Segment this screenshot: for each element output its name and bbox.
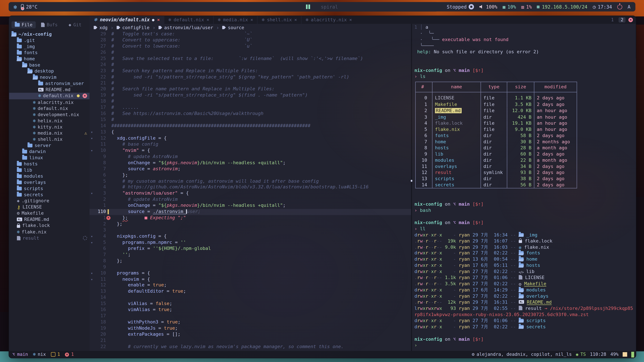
buffer-tab[interactable]: default.nix× (164, 16, 213, 24)
tree-item[interactable]: README.md (9, 87, 90, 93)
ls-row: 10modulesdir22 Ba month ago (416, 157, 576, 163)
tree-item[interactable]: Makefile (9, 210, 90, 217)
close-icon[interactable] (628, 17, 633, 22)
tree-item[interactable]: desktop (9, 68, 90, 74)
tree-item[interactable]: README.md (9, 217, 90, 223)
tree-item[interactable]: hosts (9, 161, 90, 167)
editor[interactable]: 29# Toggle text's case: `~` 28# Convert … (90, 31, 411, 351)
close-icon[interactable]: × (157, 17, 160, 23)
tree-item[interactable]: ~/nix-config (9, 31, 90, 37)
nixos-logo-icon[interactable] (14, 3, 17, 10)
buffer-tab[interactable]: neovim/default.nix× (90, 16, 164, 24)
tabpage-2[interactable]: 2 (619, 17, 626, 23)
buffer-tab[interactable]: alacritty.nix× (301, 16, 356, 24)
tree-item[interactable]: helix.nix (9, 118, 90, 124)
tree-item[interactable]: linux (9, 155, 90, 161)
fold-icon[interactable]: ▾ (90, 270, 94, 277)
fold-icon[interactable]: ▾ (90, 276, 94, 283)
tree-item[interactable]: fonts (9, 50, 90, 56)
editor-line: 22# sed -ri "s/pattern_str/replace_str/g… (90, 74, 411, 80)
tree-item[interactable]: development.nix (9, 111, 90, 118)
split-divider[interactable] (411, 24, 412, 351)
file-explorer: FileBufsGit ~/nix-config.git_imgfontshom… (9, 16, 90, 351)
close-icon[interactable]: × (250, 17, 253, 23)
sign-column (106, 160, 111, 166)
tree-item[interactable]: secrets (9, 192, 90, 198)
tree-item[interactable]: _img (9, 43, 90, 50)
ls-row: 5flake.nixfile9.0 KBan hour ago (416, 126, 576, 132)
tree-item[interactable]: home (9, 56, 90, 62)
nix-icon (33, 137, 36, 142)
buffer-tab[interactable]: shell.nix× (257, 16, 301, 24)
tree-item[interactable]: neovim (9, 74, 90, 81)
error-count[interactable]: 1 (65, 352, 74, 357)
fold-icon[interactable]: ▾ (90, 240, 94, 246)
tree-item[interactable]: kitty.nix (9, 124, 90, 130)
tree-item[interactable]: alacritty.nix (9, 99, 90, 105)
editor-line: 7 ''; (90, 252, 411, 258)
fold-icon[interactable]: ▾ (90, 129, 94, 135)
volume-module[interactable]: 100% (479, 4, 497, 9)
editor-line: 16 vimAlias = true; (90, 307, 411, 313)
tree-item[interactable]: media.nix (9, 130, 90, 136)
tree-item[interactable]: default.nix (9, 93, 90, 99)
terminal-line: › (414, 343, 636, 349)
stop-icon[interactable] (469, 4, 474, 9)
tabpage-1[interactable]: 1 (609, 17, 616, 23)
sidebar-tab-bufs[interactable]: Bufs (37, 21, 62, 28)
fold-icon[interactable]: ▾ (90, 148, 94, 154)
close-icon[interactable] (82, 94, 87, 98)
line-number: 8 (94, 258, 106, 264)
buffer-tab[interactable]: media.nix× (213, 16, 257, 24)
tree-item[interactable]: LICENSE (9, 204, 90, 210)
sign-column (106, 148, 111, 154)
terminal-line (414, 214, 636, 220)
fold-icon[interactable]: ▾ (90, 233, 94, 240)
permissions: drwxr-xr-x (414, 287, 442, 293)
git-branch[interactable]: main (12, 352, 28, 357)
breadcrumb-item[interactable]: source (222, 25, 244, 30)
sidebar-tab-file[interactable]: File (12, 21, 36, 28)
tree-item[interactable]: darwin (9, 148, 90, 155)
wallpaper-left (0, 25, 10, 312)
tree-item[interactable]: lib (9, 167, 90, 173)
tree-item[interactable]: scripts (9, 186, 90, 192)
tree-item[interactable]: .git (9, 37, 90, 43)
pause-icon[interactable] (306, 4, 310, 9)
breadcrumb-item[interactable]: astronvim/lua/user (158, 25, 213, 30)
close-icon[interactable]: × (349, 17, 352, 23)
network-module[interactable]: 192.168.5.100/24 (537, 4, 588, 9)
breadcrumb-item[interactable]: configFile (116, 25, 150, 30)
tree-item[interactable]: base (9, 62, 90, 68)
tree-item-label: _img (24, 44, 35, 49)
network-address: 192.168.5.100/24 (542, 4, 587, 9)
power-icon[interactable] (617, 4, 622, 9)
ls-cell-type: dir (480, 157, 507, 163)
folder-open-icon (519, 325, 524, 329)
tree-item[interactable]: shell.nix (9, 136, 90, 142)
sidebar-tab-git[interactable]: Git (63, 21, 87, 28)
tree-item[interactable]: modules (9, 173, 90, 179)
editor-line: 15 viAlias = false; (90, 301, 411, 307)
tree-item[interactable]: flake.lock (9, 223, 90, 229)
fold-column (90, 313, 94, 320)
breadcrumb-item[interactable]: xdg (94, 25, 108, 30)
ls-cell-size: 9.0 KB (507, 126, 534, 132)
ls-cell-size: 30 B (507, 139, 534, 145)
fold-icon[interactable]: ▾ (90, 191, 94, 197)
close-icon[interactable]: × (206, 17, 209, 23)
tree-item[interactable]: overlays (9, 179, 90, 186)
close-icon[interactable]: × (294, 17, 297, 23)
tree-item[interactable]: .gitignore (9, 198, 90, 204)
fold-icon[interactable]: ▾ (90, 135, 94, 142)
ls-cell-size: 56 B (507, 182, 534, 188)
tree-item[interactable]: flake.nix (9, 229, 90, 235)
terminal[interactable]: 1 │ a · ╰─ · ╰── executable was not foun… (412, 24, 636, 352)
nix-icon (38, 93, 41, 99)
tree-item[interactable]: server (9, 142, 90, 148)
line-number: 12 (94, 135, 106, 142)
warning-count[interactable]: 1 (51, 352, 60, 357)
tree-item[interactable]: result (9, 235, 90, 241)
tree-item[interactable]: astronvim_user (9, 81, 90, 87)
tree-item[interactable]: default.nix (9, 105, 90, 111)
